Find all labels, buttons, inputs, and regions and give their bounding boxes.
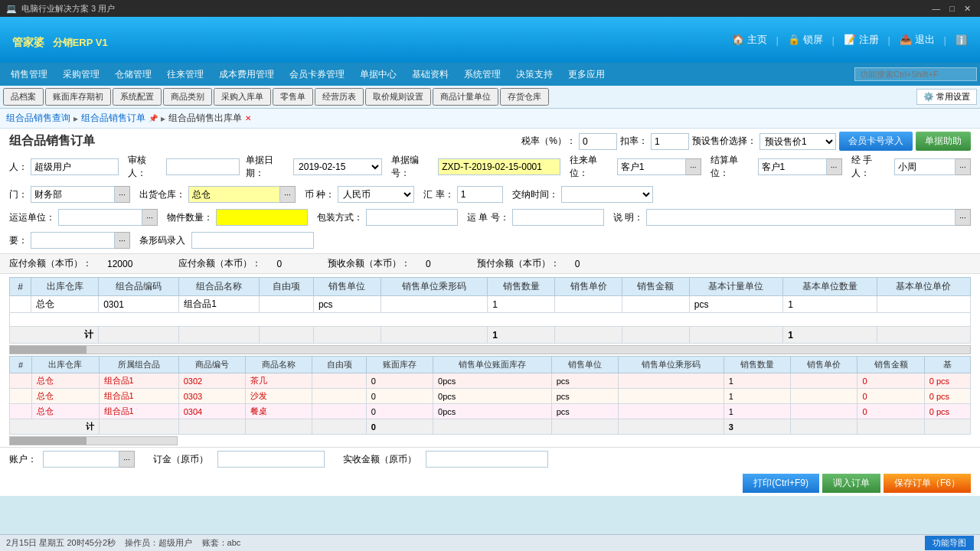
- actual-amount-input[interactable]: [426, 451, 548, 468]
- toolbar-warehouse[interactable]: 存货仓库: [500, 88, 549, 106]
- sub-col-stock: 账面库存: [366, 357, 433, 373]
- sub-cell-name: 茶几: [246, 373, 312, 389]
- txtime-select[interactable]: [561, 186, 653, 203]
- col-combo-name: 组合品名称: [179, 278, 260, 296]
- status-account: 账套：abc: [202, 538, 241, 547]
- person-input[interactable]: [31, 158, 119, 175]
- print-button[interactable]: 打印(Ctrl+F9): [743, 474, 819, 493]
- help-map-button[interactable]: 功能导图: [925, 536, 974, 550]
- lock-link[interactable]: 🔒 锁屏: [788, 33, 823, 47]
- menu-voucher[interactable]: 单据中心: [352, 63, 404, 86]
- label-order-no: 单据编号：: [391, 154, 436, 180]
- menu-more[interactable]: 更多应用: [560, 63, 612, 86]
- window-controls[interactable]: — □ ✕: [929, 4, 974, 14]
- toolbar-price-rule[interactable]: 取价规则设置: [365, 88, 431, 106]
- shipping-unit-input[interactable]: [58, 209, 142, 226]
- dept-input[interactable]: [31, 186, 115, 203]
- logout-link[interactable]: 📤 退出: [900, 33, 935, 47]
- package-input[interactable]: [366, 209, 458, 226]
- warehouse-input[interactable]: [188, 186, 280, 203]
- required-input[interactable]: [31, 232, 115, 249]
- parts-count-input[interactable]: [216, 209, 308, 226]
- note-btn[interactable]: ···: [956, 209, 971, 226]
- date-select[interactable]: 2019-02-15: [293, 158, 382, 175]
- label-parts: 物件数量：: [167, 211, 213, 224]
- tax-rate-input[interactable]: [579, 133, 617, 150]
- to-unit-input[interactable]: [617, 158, 686, 175]
- warehouse-btn[interactable]: ···: [280, 186, 296, 203]
- barcode-input[interactable]: [191, 232, 314, 249]
- menu-warehouse[interactable]: 仓储管理: [107, 63, 159, 86]
- home-link[interactable]: 🏠 主页: [732, 33, 767, 47]
- discount-input[interactable]: [651, 133, 689, 150]
- menu-basic[interactable]: 基础资料: [404, 63, 456, 86]
- sub-cell-barcode: [619, 373, 724, 389]
- toolbar-measure[interactable]: 商品计量单位: [433, 88, 498, 106]
- menu-transactions[interactable]: 往来管理: [159, 63, 211, 86]
- help-button[interactable]: 单据助助: [916, 132, 971, 151]
- cell-base-unit: pcs: [689, 296, 782, 313]
- cell-base-price: [877, 296, 970, 313]
- status-info: 2月15日 星期五 20时45分2秒 操作员：超级用户 账套：abc: [6, 537, 240, 549]
- menu-purchase[interactable]: 采购管理: [55, 63, 107, 86]
- toolbar-product-category[interactable]: 商品类别: [163, 88, 212, 106]
- breadcrumb-query[interactable]: 组合品销售查询: [6, 112, 70, 125]
- reviewer-input[interactable]: [166, 158, 240, 175]
- sub-cell-amount: 0: [858, 373, 924, 389]
- settings-button[interactable]: ⚙️ 常用设置: [916, 89, 977, 105]
- maximize-button[interactable]: □: [946, 4, 958, 14]
- shipping-no-input[interactable]: [512, 209, 604, 226]
- sub-cell-free: [312, 373, 366, 389]
- close-button[interactable]: ✕: [961, 4, 974, 14]
- order-no-input[interactable]: [438, 158, 560, 175]
- sub-cell-warehouse: 总仓: [32, 389, 99, 404]
- toolbar-purchase-in[interactable]: 采购入库单: [214, 88, 271, 106]
- order-deposit-input[interactable]: [217, 451, 325, 468]
- to-unit-btn[interactable]: ···: [686, 158, 701, 175]
- register-link[interactable]: 📝 注册: [844, 33, 879, 47]
- toolbar-retail[interactable]: 零售单: [273, 88, 313, 106]
- menu-decision[interactable]: 决策支持: [508, 63, 560, 86]
- main-table-scrollbar[interactable]: [9, 345, 971, 354]
- breadcrumb-order[interactable]: 组合品销售订单: [81, 112, 145, 125]
- label-handler: 经 手 人：: [851, 154, 892, 180]
- sub-table-row[interactable]: 总仓 组合品1 0304 餐桌 0 0pcs pcs 1 0 0 pcs: [10, 404, 971, 419]
- handler-btn[interactable]: ···: [956, 158, 971, 175]
- table-row[interactable]: 总仓 0301 组合品1 pcs 1 pcs 1: [10, 296, 971, 313]
- handler-input[interactable]: [894, 158, 956, 175]
- settle-input[interactable]: [758, 158, 827, 175]
- menu-cost[interactable]: 成本费用管理: [211, 63, 282, 86]
- menu-system[interactable]: 系统管理: [456, 63, 508, 86]
- import-button[interactable]: 调入订单: [822, 474, 880, 493]
- currency-select[interactable]: 人民币: [338, 186, 414, 203]
- toolbar-product-file[interactable]: 品档案: [3, 88, 44, 106]
- dept-btn[interactable]: ···: [115, 186, 130, 203]
- menu-sales[interactable]: 销售管理: [3, 63, 55, 86]
- menu-member[interactable]: 会员卡券管理: [282, 63, 352, 86]
- member-card-button[interactable]: 会员卡号录入: [839, 132, 913, 151]
- label-account: 账户：: [9, 453, 37, 466]
- account-input[interactable]: [43, 451, 119, 468]
- sub-table-scrollbar[interactable]: [9, 436, 178, 445]
- required-btn[interactable]: ···: [115, 232, 130, 249]
- toolbar-history[interactable]: 经营历表: [315, 88, 364, 106]
- sub-table-row[interactable]: 总仓 组合品1 0302 茶几 0 0pcs pcs 1 0 0 pcs: [10, 373, 971, 389]
- cell-qty: 1: [488, 296, 555, 313]
- info-link[interactable]: ℹ️: [956, 34, 968, 46]
- empty-row[interactable]: [10, 313, 971, 327]
- shipping-unit-btn[interactable]: ···: [142, 209, 158, 226]
- sub-cell-base: 0 pcs: [924, 373, 970, 389]
- settle-btn[interactable]: ···: [827, 158, 842, 175]
- toolbar-stock-init[interactable]: 账面库存期初: [45, 88, 111, 106]
- price-select[interactable]: 预设售价1: [760, 133, 836, 150]
- sub-table-row[interactable]: 总仓 组合品1 0303 沙发 0 0pcs pcs 1 0 0 pcs: [10, 389, 971, 404]
- exchange-input[interactable]: [457, 186, 503, 203]
- account-btn[interactable]: ···: [119, 451, 135, 468]
- minimize-button[interactable]: —: [929, 4, 943, 14]
- title-bar-left: 💻 电脑行业解决方案 3 用户: [6, 3, 115, 15]
- note-input[interactable]: [646, 209, 956, 226]
- breadcrumb-close-icon[interactable]: ✕: [245, 114, 251, 122]
- function-search-input[interactable]: [854, 67, 977, 81]
- toolbar-sys-config[interactable]: 系统配置: [113, 88, 162, 106]
- save-button[interactable]: 保存订单（F6）: [884, 474, 971, 493]
